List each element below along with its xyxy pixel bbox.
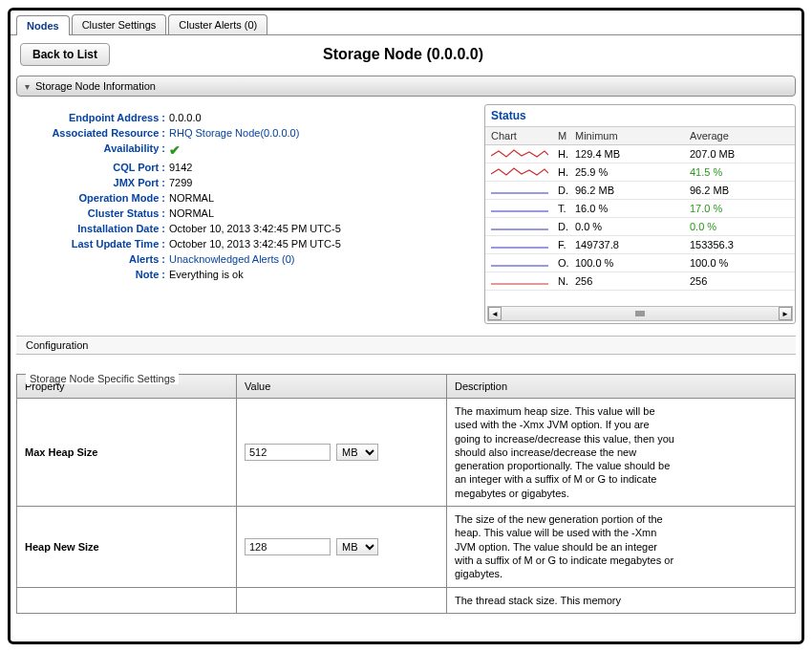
status-panel: Status Chart M Minimum Average H.129.4 M… bbox=[484, 104, 796, 324]
jmx-port-label: JMX Port : bbox=[16, 177, 165, 188]
configuration-header: Configuration bbox=[16, 336, 796, 355]
jmx-port-value: 7299 bbox=[169, 177, 192, 188]
status-cell-avg: 207.0 MB bbox=[690, 148, 789, 160]
property-value-cell bbox=[237, 587, 447, 613]
status-row[interactable]: T.16.0 %17.0 % bbox=[485, 200, 795, 218]
col-header-description[interactable]: Description bbox=[447, 375, 796, 399]
endpoint-value: 0.0.0.0 bbox=[169, 112, 202, 123]
status-cell-m: N. bbox=[558, 275, 575, 287]
tab-bar: Nodes Cluster Settings Cluster Alerts (0… bbox=[11, 11, 801, 35]
sparkline-icon bbox=[491, 257, 548, 269]
section-header-info[interactable]: ▾ Storage Node Information bbox=[16, 76, 796, 97]
scroll-thumb[interactable] bbox=[635, 311, 645, 316]
status-cell-m: H. bbox=[558, 166, 575, 178]
status-cell-min: 256 bbox=[575, 275, 690, 287]
status-cell-avg: 100.0 % bbox=[690, 257, 789, 269]
status-col-minimum[interactable]: Minimum bbox=[575, 130, 690, 141]
status-row[interactable]: H.25.9 %41.5 % bbox=[485, 163, 795, 182]
settings-legend: Storage Node Specific Settings bbox=[26, 373, 179, 384]
property-description: The maximum heap size. This value will b… bbox=[447, 399, 796, 507]
availability-check-icon: ✔ bbox=[169, 142, 181, 158]
status-row[interactable]: D.0.0 %0.0 % bbox=[485, 218, 795, 236]
status-cell-min: 0.0 % bbox=[575, 221, 690, 232]
back-button[interactable]: Back to List bbox=[20, 43, 110, 66]
status-cell-avg: 41.5 % bbox=[690, 166, 789, 178]
availability-label: Availability : bbox=[16, 142, 165, 158]
resource-link[interactable]: RHQ Storage Node(0.0.0.0) bbox=[169, 127, 299, 139]
status-cell-avg: 153356.3 bbox=[690, 239, 789, 250]
info-properties: Endpoint Address :0.0.0.0 Associated Res… bbox=[16, 104, 484, 324]
property-description: The size of the new generation portion o… bbox=[447, 507, 796, 587]
tab-cluster-alerts[interactable]: Cluster Alerts (0) bbox=[168, 14, 267, 34]
sparkline-icon bbox=[491, 148, 548, 160]
value-input[interactable] bbox=[245, 538, 331, 555]
status-title: Status bbox=[485, 105, 795, 126]
property-name bbox=[17, 587, 237, 613]
status-cell-avg: 256 bbox=[690, 275, 789, 287]
unit-select[interactable]: MB bbox=[336, 538, 378, 555]
settings-row: Max Heap SizeMBThe maximum heap size. Th… bbox=[17, 399, 796, 507]
scroll-right-icon[interactable]: ► bbox=[779, 307, 792, 320]
status-col-average[interactable]: Average bbox=[690, 130, 789, 141]
sparkline-icon bbox=[491, 203, 548, 214]
sparkline-icon bbox=[491, 239, 548, 250]
install-date-value: October 10, 2013 3:42:45 PM UTC-5 bbox=[169, 223, 341, 234]
toolbar: Back to List Storage Node (0.0.0.0) bbox=[11, 35, 801, 70]
status-row[interactable]: O.100.0 %100.0 % bbox=[485, 254, 795, 272]
tab-nodes[interactable]: Nodes bbox=[16, 15, 70, 35]
alerts-link[interactable]: Unacknowledged Alerts (0) bbox=[169, 253, 294, 265]
note-value: Everything is ok bbox=[169, 269, 244, 280]
endpoint-label: Endpoint Address : bbox=[16, 112, 165, 123]
cluster-status-label: Cluster Status : bbox=[16, 207, 165, 219]
sparkline-icon bbox=[491, 221, 548, 232]
status-cell-m: T. bbox=[558, 203, 575, 214]
info-panel: Endpoint Address :0.0.0.0 Associated Res… bbox=[16, 104, 796, 324]
status-cell-avg: 96.2 MB bbox=[690, 185, 789, 196]
status-col-chart[interactable]: Chart bbox=[491, 130, 558, 141]
value-input[interactable] bbox=[245, 444, 331, 461]
settings-fieldset: Storage Node Specific Settings Property … bbox=[16, 364, 796, 614]
settings-table: Property Value Description Max Heap Size… bbox=[16, 374, 796, 614]
status-cell-m: F. bbox=[558, 239, 575, 250]
tab-cluster-settings[interactable]: Cluster Settings bbox=[72, 14, 167, 34]
status-cell-min: 16.0 % bbox=[575, 203, 690, 214]
opmode-label: Operation Mode : bbox=[16, 192, 165, 204]
chevron-down-icon: ▾ bbox=[25, 81, 30, 92]
settings-row: The thread stack size. This memory bbox=[17, 587, 796, 613]
property-name: Heap New Size bbox=[17, 507, 237, 587]
status-cell-min: 96.2 MB bbox=[575, 185, 690, 196]
status-row[interactable]: H.129.4 MB207.0 MB bbox=[485, 145, 795, 163]
property-value-cell: MB bbox=[237, 399, 447, 507]
status-cell-min: 100.0 % bbox=[575, 257, 690, 269]
status-cell-avg: 17.0 % bbox=[690, 203, 789, 214]
status-cell-min: 25.9 % bbox=[575, 166, 690, 178]
page-title: Storage Node (0.0.0.0) bbox=[110, 46, 696, 63]
section-header-label: Storage Node Information bbox=[35, 80, 156, 92]
status-header-row: Chart M Minimum Average bbox=[485, 126, 795, 145]
sparkline-icon bbox=[491, 185, 548, 196]
update-time-label: Last Update Time : bbox=[16, 238, 165, 250]
status-row[interactable]: D.96.2 MB96.2 MB bbox=[485, 182, 795, 200]
status-cell-avg: 0.0 % bbox=[690, 221, 789, 232]
horizontal-scrollbar[interactable]: ◄ ► bbox=[487, 306, 793, 321]
status-cell-m: O. bbox=[558, 257, 575, 269]
sparkline-icon bbox=[491, 275, 548, 287]
sparkline-icon bbox=[491, 166, 548, 178]
status-cell-m: D. bbox=[558, 185, 575, 196]
status-row[interactable]: N.256256 bbox=[485, 272, 795, 291]
property-description: The thread stack size. This memory bbox=[447, 587, 796, 613]
cql-port-value: 9142 bbox=[169, 162, 192, 173]
status-cell-min: 129.4 MB bbox=[575, 148, 690, 160]
property-name: Max Heap Size bbox=[17, 399, 237, 507]
unit-select[interactable]: MB bbox=[336, 444, 378, 461]
status-cell-m: H. bbox=[558, 148, 575, 160]
opmode-value: NORMAL bbox=[169, 192, 214, 204]
status-cell-m: D. bbox=[558, 221, 575, 232]
status-row[interactable]: F.149737.8153356.3 bbox=[485, 236, 795, 254]
col-header-value[interactable]: Value bbox=[237, 375, 447, 399]
status-col-m[interactable]: M bbox=[558, 130, 575, 141]
install-date-label: Installation Date : bbox=[16, 223, 165, 234]
scroll-left-icon[interactable]: ◄ bbox=[488, 307, 502, 320]
resource-label: Associated Resource : bbox=[16, 127, 165, 139]
update-time-value: October 10, 2013 3:42:45 PM UTC-5 bbox=[169, 238, 341, 250]
